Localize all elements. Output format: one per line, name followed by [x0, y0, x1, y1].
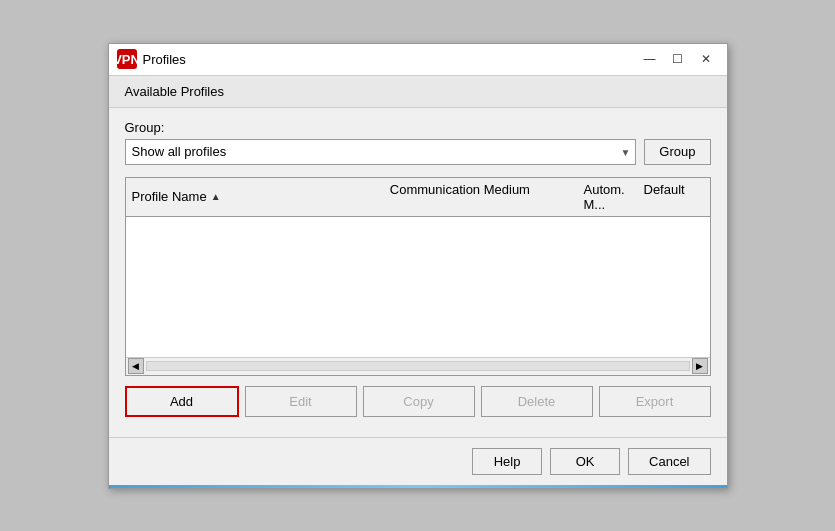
cancel-button[interactable]: Cancel	[628, 448, 710, 475]
action-button-row: Add Edit Copy Delete Export	[125, 386, 711, 417]
footer-bar: Help OK Cancel	[109, 437, 727, 485]
table-header: Profile Name ▲ Communication Medium Auto…	[126, 178, 710, 217]
window-body: Group: Show all profiles ▼ Group Profile…	[109, 108, 727, 429]
profiles-window: VPN Profiles — ☐ ✕ Available Profiles Gr…	[108, 43, 728, 489]
delete-button[interactable]: Delete	[481, 386, 593, 417]
sort-arrow-icon: ▲	[211, 191, 221, 202]
scroll-left-arrow[interactable]: ◀	[128, 358, 144, 374]
minimize-button[interactable]: —	[637, 49, 663, 69]
group-button[interactable]: Group	[644, 139, 710, 165]
title-bar-controls: — ☐ ✕	[637, 49, 719, 69]
scroll-right-arrow[interactable]: ▶	[692, 358, 708, 374]
scroll-track[interactable]	[146, 361, 690, 371]
window-title: Profiles	[143, 52, 186, 67]
col-autom: Autom. M...	[584, 182, 644, 212]
col-comm-medium: Communication Medium	[390, 182, 584, 212]
bottom-accent-line	[109, 485, 727, 488]
profiles-table: Profile Name ▲ Communication Medium Auto…	[125, 177, 711, 376]
table-body	[126, 217, 710, 357]
ok-button[interactable]: OK	[550, 448, 620, 475]
export-button[interactable]: Export	[599, 386, 711, 417]
title-bar-left: VPN Profiles	[117, 49, 186, 69]
edit-button[interactable]: Edit	[245, 386, 357, 417]
col-default: Default	[644, 182, 704, 212]
section-header: Available Profiles	[109, 76, 727, 108]
title-bar: VPN Profiles — ☐ ✕	[109, 44, 727, 76]
add-button[interactable]: Add	[125, 386, 239, 417]
group-row: Show all profiles ▼ Group	[125, 139, 711, 165]
help-button[interactable]: Help	[472, 448, 542, 475]
col-profile-name: Profile Name ▲	[132, 182, 390, 212]
horizontal-scrollbar: ◀ ▶	[126, 357, 710, 375]
maximize-button[interactable]: ☐	[665, 49, 691, 69]
copy-button[interactable]: Copy	[363, 386, 475, 417]
profile-group-dropdown[interactable]: Show all profiles	[125, 139, 637, 165]
group-label: Group:	[125, 120, 711, 135]
vpn-icon: VPN	[117, 49, 137, 69]
dropdown-wrapper: Show all profiles ▼	[125, 139, 637, 165]
close-button[interactable]: ✕	[693, 49, 719, 69]
